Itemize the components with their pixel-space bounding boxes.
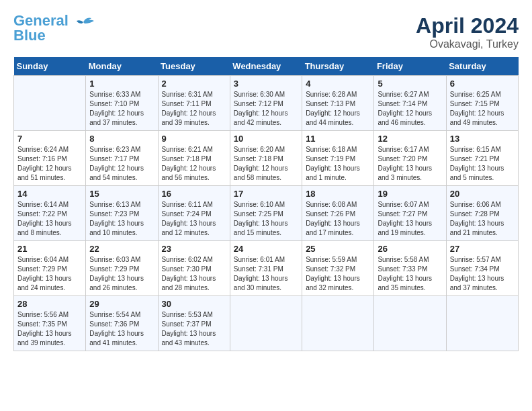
- day-info: Sunrise: 5:57 AM Sunset: 7:34 PM Dayligh…: [450, 255, 515, 293]
- calendar-cell: 23Sunrise: 6:02 AM Sunset: 7:30 PM Dayli…: [158, 241, 230, 296]
- day-info: Sunrise: 6:08 AM Sunset: 7:26 PM Dayligh…: [306, 200, 370, 238]
- location: Ovakavagi, Turkey: [416, 38, 519, 50]
- calendar-cell: 13Sunrise: 6:15 AM Sunset: 7:21 PM Dayli…: [446, 131, 518, 186]
- calendar-cell: [374, 296, 446, 351]
- calendar-cell: 28Sunrise: 5:56 AM Sunset: 7:35 PM Dayli…: [14, 296, 86, 351]
- day-number: 20: [450, 189, 515, 199]
- day-number: 26: [378, 244, 442, 254]
- logo: GeneralBlue: [13, 13, 95, 43]
- day-number: 16: [162, 189, 226, 199]
- calendar-cell: 11Sunrise: 6:18 AM Sunset: 7:19 PM Dayli…: [302, 131, 374, 186]
- calendar-table: SundayMondayTuesdayWednesdayThursdayFrid…: [13, 57, 519, 351]
- weekday-header: Thursday: [302, 57, 374, 76]
- day-number: 12: [378, 134, 442, 144]
- day-number: 19: [378, 189, 442, 199]
- day-number: 5: [378, 79, 442, 89]
- weekday-header: Saturday: [446, 57, 518, 76]
- header-row: SundayMondayTuesdayWednesdayThursdayFrid…: [14, 57, 519, 76]
- day-number: 28: [17, 299, 82, 309]
- calendar-cell: 17Sunrise: 6:10 AM Sunset: 7:25 PM Dayli…: [230, 186, 302, 241]
- day-info: Sunrise: 6:03 AM Sunset: 7:29 PM Dayligh…: [89, 255, 154, 293]
- weekday-header: Friday: [374, 57, 446, 76]
- day-number: 2: [162, 79, 226, 89]
- calendar-cell: [230, 296, 302, 351]
- day-info: Sunrise: 6:27 AM Sunset: 7:14 PM Dayligh…: [378, 90, 442, 128]
- calendar-cell: 1Sunrise: 6:33 AM Sunset: 7:10 PM Daylig…: [86, 76, 158, 131]
- day-info: Sunrise: 6:15 AM Sunset: 7:21 PM Dayligh…: [450, 145, 515, 183]
- calendar-cell: 18Sunrise: 6:08 AM Sunset: 7:26 PM Dayli…: [302, 186, 374, 241]
- day-number: 4: [306, 79, 370, 89]
- day-number: 18: [306, 189, 370, 199]
- calendar-cell: 10Sunrise: 6:20 AM Sunset: 7:18 PM Dayli…: [230, 131, 302, 186]
- day-number: 21: [17, 244, 82, 254]
- day-info: Sunrise: 6:24 AM Sunset: 7:16 PM Dayligh…: [17, 145, 82, 183]
- logo-text: GeneralBlue: [13, 13, 69, 43]
- day-number: 6: [450, 79, 515, 89]
- day-number: 3: [234, 79, 298, 89]
- day-info: Sunrise: 6:21 AM Sunset: 7:18 PM Dayligh…: [162, 145, 226, 183]
- day-info: Sunrise: 5:53 AM Sunset: 7:37 PM Dayligh…: [162, 310, 226, 348]
- day-number: 17: [234, 189, 298, 199]
- day-info: Sunrise: 6:33 AM Sunset: 7:10 PM Dayligh…: [89, 90, 154, 128]
- day-info: Sunrise: 6:20 AM Sunset: 7:18 PM Dayligh…: [234, 145, 298, 183]
- day-number: 10: [234, 134, 298, 144]
- calendar-cell: [14, 76, 86, 131]
- day-info: Sunrise: 6:18 AM Sunset: 7:19 PM Dayligh…: [306, 145, 370, 183]
- day-number: 23: [162, 244, 226, 254]
- calendar-cell: 16Sunrise: 6:11 AM Sunset: 7:24 PM Dayli…: [158, 186, 230, 241]
- calendar-cell: 24Sunrise: 6:01 AM Sunset: 7:31 PM Dayli…: [230, 241, 302, 296]
- calendar-cell: 6Sunrise: 6:25 AM Sunset: 7:15 PM Daylig…: [446, 76, 518, 131]
- day-number: 29: [89, 299, 154, 309]
- day-number: 15: [89, 189, 154, 199]
- calendar-cell: 27Sunrise: 5:57 AM Sunset: 7:34 PM Dayli…: [446, 241, 518, 296]
- calendar-cell: 3Sunrise: 6:30 AM Sunset: 7:12 PM Daylig…: [230, 76, 302, 131]
- calendar-cell: 29Sunrise: 5:54 AM Sunset: 7:36 PM Dayli…: [86, 296, 158, 351]
- day-info: Sunrise: 6:02 AM Sunset: 7:30 PM Dayligh…: [162, 255, 226, 293]
- calendar-cell: 7Sunrise: 6:24 AM Sunset: 7:16 PM Daylig…: [14, 131, 86, 186]
- day-number: 30: [162, 299, 226, 309]
- day-number: 9: [162, 134, 226, 144]
- month-title: April 2024: [416, 13, 519, 38]
- day-info: Sunrise: 6:28 AM Sunset: 7:13 PM Dayligh…: [306, 90, 370, 128]
- day-info: Sunrise: 6:31 AM Sunset: 7:11 PM Dayligh…: [162, 90, 226, 128]
- day-info: Sunrise: 5:58 AM Sunset: 7:33 PM Dayligh…: [378, 255, 442, 293]
- day-info: Sunrise: 5:54 AM Sunset: 7:36 PM Dayligh…: [89, 310, 154, 348]
- day-info: Sunrise: 6:13 AM Sunset: 7:23 PM Dayligh…: [89, 200, 154, 238]
- day-info: Sunrise: 6:04 AM Sunset: 7:29 PM Dayligh…: [17, 255, 82, 293]
- day-number: 14: [17, 189, 82, 199]
- day-info: Sunrise: 6:25 AM Sunset: 7:15 PM Dayligh…: [450, 90, 515, 128]
- calendar-cell: 12Sunrise: 6:17 AM Sunset: 7:20 PM Dayli…: [374, 131, 446, 186]
- day-number: 25: [306, 244, 370, 254]
- day-info: Sunrise: 6:07 AM Sunset: 7:27 PM Dayligh…: [378, 200, 442, 238]
- calendar-cell: 9Sunrise: 6:21 AM Sunset: 7:18 PM Daylig…: [158, 131, 230, 186]
- day-info: Sunrise: 6:23 AM Sunset: 7:17 PM Dayligh…: [89, 145, 154, 183]
- calendar-cell: 8Sunrise: 6:23 AM Sunset: 7:17 PM Daylig…: [86, 131, 158, 186]
- calendar-cell: 4Sunrise: 6:28 AM Sunset: 7:13 PM Daylig…: [302, 76, 374, 131]
- calendar-cell: 25Sunrise: 5:59 AM Sunset: 7:32 PM Dayli…: [302, 241, 374, 296]
- weekday-header: Monday: [86, 57, 158, 76]
- day-number: 7: [17, 134, 82, 144]
- calendar-cell: 26Sunrise: 5:58 AM Sunset: 7:33 PM Dayli…: [374, 241, 446, 296]
- calendar-week-row: 28Sunrise: 5:56 AM Sunset: 7:35 PM Dayli…: [14, 296, 519, 351]
- calendar-cell: 21Sunrise: 6:04 AM Sunset: 7:29 PM Dayli…: [14, 241, 86, 296]
- calendar-cell: [302, 296, 374, 351]
- logo-bird-icon: [71, 15, 95, 34]
- day-info: Sunrise: 6:06 AM Sunset: 7:28 PM Dayligh…: [450, 200, 515, 238]
- day-info: Sunrise: 6:11 AM Sunset: 7:24 PM Dayligh…: [162, 200, 226, 238]
- day-number: 1: [89, 79, 154, 89]
- day-info: Sunrise: 6:14 AM Sunset: 7:22 PM Dayligh…: [17, 200, 82, 238]
- weekday-header: Sunday: [14, 57, 86, 76]
- day-info: Sunrise: 6:17 AM Sunset: 7:20 PM Dayligh…: [378, 145, 442, 183]
- day-info: Sunrise: 5:56 AM Sunset: 7:35 PM Dayligh…: [17, 310, 82, 348]
- calendar-cell: 20Sunrise: 6:06 AM Sunset: 7:28 PM Dayli…: [446, 186, 518, 241]
- weekday-header: Wednesday: [230, 57, 302, 76]
- day-info: Sunrise: 6:10 AM Sunset: 7:25 PM Dayligh…: [234, 200, 298, 238]
- day-info: Sunrise: 5:59 AM Sunset: 7:32 PM Dayligh…: [306, 255, 370, 293]
- weekday-header: Tuesday: [158, 57, 230, 76]
- day-number: 24: [234, 244, 298, 254]
- calendar-cell: 19Sunrise: 6:07 AM Sunset: 7:27 PM Dayli…: [374, 186, 446, 241]
- day-number: 22: [89, 244, 154, 254]
- day-number: 8: [89, 134, 154, 144]
- title-block: April 2024 Ovakavagi, Turkey: [416, 13, 519, 50]
- day-number: 27: [450, 244, 515, 254]
